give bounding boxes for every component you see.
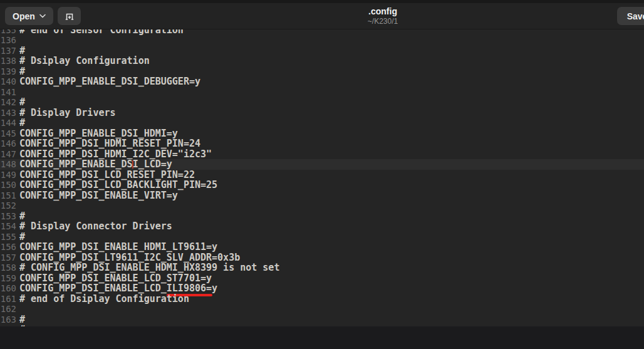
open-button-label: Open	[13, 11, 35, 21]
line-text: # Display Connector Drivers	[19, 221, 172, 232]
line-text: #	[19, 315, 25, 325]
code-line-152[interactable]: 152	[0, 201, 644, 211]
code-line-141[interactable]: 141	[0, 87, 644, 98]
line-number: 156	[0, 242, 16, 253]
code-area: 135# end of Sensor Configuration136137#1…	[0, 29, 644, 326]
line-text: # CONFIG_MPP_DSI_ENABLE_HDMI_HX8399 is n…	[19, 263, 279, 273]
line-text: CONFIG_MPP_ENABLE_DSI_LCD=y	[19, 159, 172, 170]
code-line-155[interactable]: 155#	[0, 232, 644, 242]
chevron-down-icon	[39, 14, 46, 18]
headerbar: Open .config ~/K230/1 Save	[0, 3, 644, 29]
line-number: 163	[0, 315, 16, 325]
text-editor[interactable]: 135# end of Sensor Configuration136137#1…	[0, 29, 644, 326]
line-number: 135	[0, 29, 16, 35]
line-text: #	[19, 46, 25, 56]
code-line-161[interactable]: 161# end of Dsiplay Configuration	[0, 294, 644, 305]
tab-new-icon	[65, 11, 75, 21]
save-button[interactable]: Save	[617, 7, 644, 25]
line-number: 144	[0, 118, 16, 128]
annotation-underline: ILI9806=	[167, 283, 212, 294]
code-line-135[interactable]: 135# end of Sensor Configuration	[0, 29, 644, 35]
line-text: #	[19, 97, 25, 108]
line-number: 152	[0, 201, 16, 211]
line-text: #	[19, 232, 25, 242]
line-text: CONFIG_MPP_DSI_HDMI_I2C_DEV="i2c3"	[19, 149, 212, 160]
code-line-147[interactable]: 147CONFIG_MPP_DSI_HDMI_I2C_DEV="i2c3"	[0, 149, 644, 160]
window-title-block: .config ~/K230/1	[368, 6, 398, 26]
line-text: CONFIG_MPP_DSI_LCD_RESET_PIN=22	[19, 170, 195, 180]
line-number: 157	[0, 253, 16, 263]
line-number: 136	[0, 35, 16, 46]
line-text: #	[19, 211, 25, 222]
code-line-151[interactable]: 151CONFIG_MPP_DSI_ENABLE_VIRT=y	[0, 190, 644, 201]
code-line-150[interactable]: 150CONFIG_MPP_DSI_LCD_BACKLIGHT_PIN=25	[0, 180, 644, 190]
code-line-145[interactable]: 145CONFIG_MPP_ENABLE_DSI_HDMI=y	[0, 128, 644, 139]
code-line-137[interactable]: 137#	[0, 46, 644, 56]
line-number: 139	[0, 66, 16, 77]
code-line-162[interactable]: 162	[0, 304, 644, 315]
text-cursor	[132, 160, 133, 169]
code-line-160[interactable]: 160CONFIG_MPP_DSI_ENABLE_LCD_ILI9806=y	[0, 283, 644, 294]
line-number: 147	[0, 149, 16, 160]
code-line-163[interactable]: 163#	[0, 315, 644, 325]
code-line-148[interactable]: 148CONFIG_MPP_ENABLE_DSI_LCD=y	[0, 159, 644, 170]
line-text: CONFIG_MPP_DSI_ENABLE_LCD_ST7701=y	[19, 273, 212, 284]
code-line-143[interactable]: 143# Display Drivers	[0, 108, 644, 118]
line-number: 146	[0, 138, 16, 149]
code-line-153[interactable]: 153#	[0, 211, 644, 222]
code-line-157[interactable]: 157CONFIG_MPP_DSI_LT9611_I2C_SLV_ADDR=0x…	[0, 253, 644, 263]
line-text: # Dsiplay Configuration	[19, 56, 150, 66]
line-number: 155	[0, 232, 16, 242]
code-line-156[interactable]: 156CONFIG_MPP_DSI_ENABLE_HDMI_LT9611=y	[0, 242, 644, 253]
line-number: 140	[0, 76, 16, 87]
line-text: CONFIG_MPP_DSI_HDMI_RESET_PIN=24	[19, 138, 200, 149]
code-line-158[interactable]: 158# CONFIG_MPP_DSI_ENABLE_HDMI_HX8399 i…	[0, 263, 644, 273]
line-text: CONFIG_MPP_DSI_ENABLE_HDMI_LT9611=y	[19, 242, 217, 253]
line-text: # Display Drivers	[19, 108, 116, 118]
code-line-138[interactable]: 138# Dsiplay Configuration	[0, 56, 644, 66]
line-text: CONFIG_MPP_DSI_LCD_BACKLIGHT_PIN=25	[19, 180, 217, 190]
open-button[interactable]: Open	[5, 7, 53, 25]
line-number: 142	[0, 97, 16, 108]
line-number: 150	[0, 180, 16, 190]
line-text: #	[19, 118, 25, 128]
line-text: CONFIG_MPP_DSI_ENABLE_VIRT=y	[19, 190, 178, 201]
code-line-136[interactable]: 136	[0, 35, 644, 46]
line-number: 141	[0, 87, 16, 98]
line-number: 161	[0, 294, 16, 305]
line-number: 137	[0, 46, 16, 56]
line-text: CONFIG_MPP_DSI_ENABLE_LCD_ILI9806=y	[19, 283, 217, 294]
line-number: 145	[0, 128, 16, 139]
line-number: 151	[0, 190, 16, 201]
line-text: CONFIG_MPP_ENABLE_DSI_DEBUGGER=y	[19, 76, 200, 87]
line-number: 154	[0, 221, 16, 232]
code-line-149[interactable]: 149CONFIG_MPP_DSI_LCD_RESET_PIN=22	[0, 170, 644, 180]
code-line-142[interactable]: 142#	[0, 97, 644, 108]
line-text: # end of Dsiplay Configuration	[19, 294, 189, 305]
code-line-159[interactable]: 159CONFIG_MPP_DSI_ENABLE_LCD_ST7701=y	[0, 273, 644, 284]
line-text: # end of Sensor Configuration	[19, 29, 184, 35]
line-number: 143	[0, 108, 16, 118]
code-line-144[interactable]: 144#	[0, 118, 644, 128]
line-number: 158	[0, 263, 16, 273]
line-text: CONFIG_MPP_ENABLE_DSI_HDMI=y	[19, 128, 178, 139]
save-button-label: Save	[627, 11, 644, 21]
window-bottom-edge	[0, 326, 644, 349]
line-text: CONFIG_MPP_DSI_LT9611_I2C_SLV_ADDR=0x3b	[19, 253, 240, 263]
line-number: 162	[0, 304, 16, 315]
line-number: 153	[0, 211, 16, 222]
new-tab-button[interactable]	[58, 7, 81, 25]
line-number: 159	[0, 273, 16, 284]
line-number: 148	[0, 159, 16, 170]
code-line-140[interactable]: 140CONFIG_MPP_ENABLE_DSI_DEBUGGER=y	[0, 76, 644, 87]
code-line-139[interactable]: 139#	[0, 66, 644, 77]
code-line-154[interactable]: 154# Display Connector Drivers	[0, 221, 644, 232]
line-text: #	[19, 66, 25, 77]
document-title: .config	[368, 6, 398, 17]
line-number: 149	[0, 170, 16, 180]
line-number: 160	[0, 283, 16, 294]
code-line-146[interactable]: 146CONFIG_MPP_DSI_HDMI_RESET_PIN=24	[0, 138, 644, 149]
line-number: 138	[0, 56, 16, 66]
document-path: ~/K230/1	[368, 17, 398, 26]
